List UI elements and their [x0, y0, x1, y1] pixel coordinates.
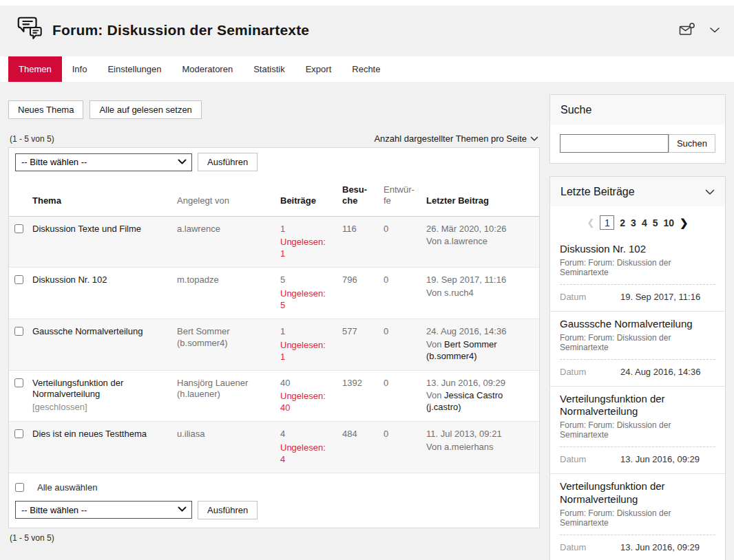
unread-count: Ungelesen: 1 — [280, 340, 331, 363]
tab-einstellungen[interactable]: Einstellungen — [97, 56, 171, 82]
table-row: Diskussion Nr. 102 m.topadze 5 Ungelesen… — [9, 268, 539, 319]
column-besuche[interactable]: Besu- che — [337, 176, 378, 216]
execute-button-top[interactable]: Ausführen — [198, 153, 258, 171]
unread-count: Ungelesen: 1 — [280, 237, 331, 260]
latest-post-title[interactable]: Verteilungsfunktion der Normalverteilung — [560, 480, 715, 506]
latest-posts-panel: Letzte Beiträge ❮ 1 2 3 4 5 10 ❯ Diskuss… — [549, 176, 726, 560]
search-panel: Suche Suchen — [549, 94, 726, 164]
toolbar: Neues Thema Alle auf gelesen setzen — [8, 100, 540, 119]
latest-post-forum: Forum: Forum: Diskussion der Seminartext… — [560, 333, 715, 352]
tab-info[interactable]: Info — [62, 56, 98, 82]
datum-value: 19. Sep 2017, 11:16 — [620, 292, 700, 302]
last-post-date: 19. Sep 2017, 11:16 — [426, 274, 534, 286]
posts-count: 4 — [280, 429, 331, 440]
topic-link[interactable]: Verteilungsfunktion der Normalverteilung — [32, 378, 123, 400]
pagination-page[interactable]: 4 — [642, 217, 647, 228]
latest-post-title[interactable]: Gausssche Normalverteilung — [560, 318, 715, 331]
latest-post-item: Verteilungsfunktion der Normalverteilung… — [550, 473, 725, 560]
latest-post-item: Diskussion Nr. 102 Forum: Forum: Diskuss… — [550, 237, 725, 311]
datum-value: 24. Aug 2016, 14:36 — [620, 367, 700, 377]
sidebar: Suche Suchen Letzte Beiträge ❮ 1 2 3 4 5… — [549, 94, 726, 560]
created-by: m.topadze — [171, 268, 275, 319]
new-topic-button[interactable]: Neues Thema — [8, 100, 83, 119]
main-column: Neues Thema Alle auf gelesen setzen (1 -… — [8, 82, 540, 543]
column-thema[interactable]: Thema — [27, 176, 171, 216]
last-post-author: a.meierhans — [444, 442, 494, 452]
row-checkbox[interactable] — [14, 275, 23, 284]
latest-post-forum: Forum: Forum: Diskussion der Seminartext… — [560, 420, 715, 440]
pagination-page[interactable]: 3 — [631, 217, 636, 228]
table-row: Gaussche Normalverteilung Bert Sommer (b… — [9, 319, 539, 370]
latest-post-forum: Forum: Forum: Diskussion der Seminartext… — [560, 258, 715, 277]
pagination-page[interactable]: 2 — [620, 217, 625, 228]
unread-count: Ungelesen: 4 — [280, 442, 331, 466]
datum-label: Datum — [560, 367, 620, 377]
created-by: Bert Sommer (b.sommer4) — [171, 319, 275, 370]
drafts-count: 0 — [378, 268, 421, 319]
collapse-chevron-down-icon[interactable] — [705, 189, 715, 195]
bulk-action-select-bottom[interactable]: -- Bitte wählen -- — [15, 501, 192, 519]
visits-count: 1392 — [337, 370, 378, 422]
page-title: Forum: Diskussion der Seminartexte — [52, 22, 309, 39]
top-white-strip — [0, 0, 734, 6]
row-checkbox[interactable] — [14, 429, 23, 438]
search-input[interactable] — [560, 134, 669, 153]
column-angelegt-von[interactable]: Angelegt von — [171, 176, 275, 216]
tab-themen[interactable]: Themen — [8, 56, 62, 82]
last-post-date: 24. Aug 2016, 14:36 — [426, 326, 534, 338]
drafts-count: 0 — [378, 319, 421, 370]
tab-statistik[interactable]: Statistik — [243, 56, 295, 82]
topic-link[interactable]: Diskussion Texte und Filme — [32, 224, 141, 234]
datum-label: Datum — [560, 292, 620, 302]
result-range-bottom: (1 - 5 von 5) — [10, 533, 538, 543]
table-row: Diskussion Texte und Filme a.lawrence 1 … — [9, 216, 539, 268]
search-panel-title: Suche — [560, 104, 591, 116]
mark-all-read-button[interactable]: Alle auf gelesen setzen — [90, 100, 201, 119]
pagination-next-icon[interactable]: ❯ — [680, 217, 689, 229]
row-checkbox[interactable] — [14, 327, 23, 336]
tab-export[interactable]: Export — [295, 56, 342, 82]
select-all-checkbox[interactable] — [15, 483, 24, 492]
posts-count: 1 — [280, 224, 331, 235]
select-all-label: Alle auswählen — [37, 482, 97, 493]
latest-post-title[interactable]: Verteilungsfunktion der Normalverteilung — [560, 393, 715, 419]
drafts-count: 0 — [378, 422, 421, 473]
posts-count: 1 — [280, 326, 331, 338]
last-post-author: a.lawrence — [444, 236, 487, 246]
topic-link[interactable]: Gaussche Normalverteilung — [32, 326, 143, 336]
tab-moderatoren[interactable]: Moderatoren — [171, 56, 243, 82]
column-entwuerfe[interactable]: Entwür- fe — [378, 176, 421, 216]
result-range-top: (1 - 5 von 5) — [10, 134, 54, 144]
topic-link[interactable]: Dies ist ein neues Testthema — [32, 429, 147, 439]
pagination-page[interactable]: 10 — [663, 217, 674, 228]
latest-post-item: Gausssche Normalverteilung Forum: Forum:… — [550, 311, 725, 386]
execute-button-bottom[interactable]: Ausführen — [198, 501, 258, 519]
per-page-dropdown[interactable]: Anzahl dargestellter Themen pro Seite — [374, 133, 538, 144]
pagination-page[interactable]: 5 — [653, 217, 658, 228]
header-actions-chevron-down-icon[interactable] — [709, 27, 720, 34]
last-post-date: 26. Mär 2020, 10:26 — [426, 224, 534, 235]
notification-envelope-icon[interactable] — [679, 23, 695, 38]
latest-posts-pagination: ❮ 1 2 3 4 5 10 ❯ — [550, 206, 725, 237]
search-button[interactable]: Suchen — [669, 134, 715, 153]
row-checkbox[interactable] — [14, 224, 23, 233]
page-header: Forum: Diskussion der Seminartexte — [0, 6, 734, 56]
pagination-page-current[interactable]: 1 — [600, 215, 614, 230]
topics-table-panel: -- Bitte wählen -- Ausführen Thema Angel… — [8, 147, 540, 528]
bulk-action-select-top[interactable]: -- Bitte wählen -- — [15, 153, 192, 171]
table-row: Verteilungsfunktion der Normalverteilung… — [9, 370, 539, 422]
table-actionbar-bottom: -- Bitte wählen -- Ausführen — [9, 501, 539, 528]
row-checkbox[interactable] — [14, 378, 23, 387]
column-checkbox — [9, 176, 27, 216]
per-page-label: Anzahl dargestellter Themen pro Seite — [374, 133, 527, 144]
latest-post-title[interactable]: Diskussion Nr. 102 — [560, 243, 715, 256]
column-letzter-beitrag[interactable]: Letzter Beitrag — [421, 176, 539, 216]
header-actions — [679, 23, 720, 38]
unread-count: Ungelesen: 40 — [280, 391, 331, 414]
column-beitraege[interactable]: Beiträge — [275, 176, 337, 216]
datum-value: 13. Jun 2016, 09:29 — [620, 454, 700, 464]
topic-closed-tag: [geschlossen] — [32, 402, 166, 413]
datum-value: 13. Jun 2016, 09:29 — [620, 542, 700, 552]
tab-rechte[interactable]: Rechte — [342, 56, 390, 82]
topic-link[interactable]: Diskussion Nr. 102 — [32, 274, 107, 285]
